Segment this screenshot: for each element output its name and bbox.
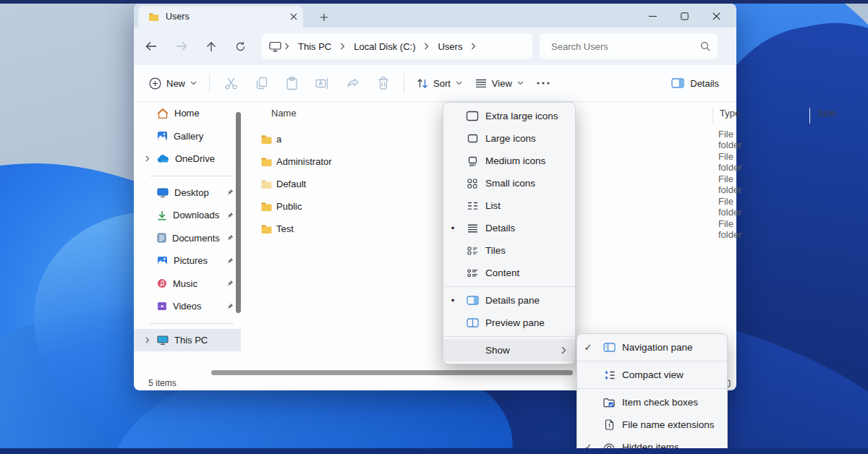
breadcrumb: This PC Local Disk (C:) Users <box>262 33 532 59</box>
navigation-pane-icon <box>599 343 619 352</box>
submenu-item-compact-view[interactable]: Compact view <box>577 364 727 386</box>
sidebar-scrollbar[interactable] <box>236 112 241 313</box>
submenu-item-file-name-extensions[interactable]: File name extensions <box>577 414 727 436</box>
medium-icons-icon <box>462 156 482 166</box>
folder-icon <box>260 224 273 234</box>
rename-icon[interactable] <box>315 77 329 90</box>
pictures-icon <box>157 256 168 265</box>
new-tab-button[interactable] <box>316 9 332 25</box>
view-label: View <box>492 78 512 89</box>
column-header-size[interactable]: Size <box>817 108 835 124</box>
submenu-chevron-icon <box>561 346 566 354</box>
sidebar-item-gallery[interactable]: Gallery <box>134 125 241 148</box>
details-button[interactable]: Details <box>671 78 719 89</box>
chevron-right-icon[interactable] <box>144 155 151 162</box>
column-header-name[interactable]: Name <box>271 108 297 124</box>
preview-pane-icon <box>462 318 482 327</box>
column-divider[interactable] <box>809 108 810 124</box>
list-icon <box>462 202 482 210</box>
window-controls <box>637 7 732 25</box>
home-icon <box>157 108 169 119</box>
menu-item-tiles[interactable]: Tiles <box>443 239 575 262</box>
share-icon[interactable] <box>346 77 360 90</box>
close-button[interactable] <box>700 7 732 25</box>
menu-item-show[interactable]: Show <box>443 339 575 361</box>
folder-icon <box>260 157 273 167</box>
compact-view-icon <box>599 370 619 380</box>
sidebar-item-documents[interactable]: Documents <box>134 227 241 250</box>
this-pc-icon <box>157 335 169 345</box>
sidebar-item-desktop[interactable]: Desktop <box>134 181 241 205</box>
more-options-button[interactable] <box>530 77 556 89</box>
view-dropdown-menu: Extra large icons Large icons Medium ico… <box>443 102 576 364</box>
minimize-button[interactable] <box>637 7 668 25</box>
breadcrumb-item-users[interactable]: Users <box>432 41 468 52</box>
chevron-down-icon <box>190 81 197 85</box>
pin-icon <box>226 189 234 196</box>
chevron-right-icon[interactable] <box>144 337 151 343</box>
folder-icon-hidden <box>260 179 273 189</box>
delete-icon[interactable] <box>378 77 389 90</box>
menu-divider <box>577 361 727 361</box>
maximize-button[interactable] <box>668 7 700 25</box>
folder-icon <box>148 12 159 22</box>
submenu-item-navigation-pane[interactable]: ✓ Navigation pane <box>577 336 727 359</box>
details-view-icon <box>462 224 482 233</box>
paste-icon[interactable] <box>286 77 298 90</box>
sidebar-item-onedrive[interactable]: OneDrive <box>134 147 241 171</box>
sidebar-item-pictures[interactable]: Pictures <box>134 249 241 273</box>
menu-item-details[interactable]: • Details <box>443 217 575 239</box>
horizontal-scrollbar[interactable] <box>211 370 573 375</box>
large-icons-icon <box>462 134 482 143</box>
toolbar-divider <box>404 74 404 93</box>
sidebar-item-downloads[interactable]: Downloads <box>134 204 241 227</box>
breadcrumb-item-local-disk[interactable]: Local Disk (C:) <box>348 41 421 52</box>
file-explorer-window: Users <box>134 4 736 390</box>
search-placeholder: Search Users <box>551 41 700 52</box>
forward-icon[interactable] <box>176 41 187 51</box>
chevron-right-icon <box>424 43 429 50</box>
command-bar: New Sort View <box>134 65 736 102</box>
new-button[interactable]: New <box>142 73 203 94</box>
toolbar-divider <box>209 74 210 93</box>
new-label: New <box>166 78 185 89</box>
gallery-icon <box>157 131 168 141</box>
menu-item-small-icons[interactable]: Small icons <box>443 172 575 194</box>
cut-icon[interactable] <box>224 77 238 90</box>
folder-icon <box>260 202 273 212</box>
search-icon[interactable] <box>700 41 710 51</box>
menu-item-preview-pane[interactable]: Preview pane <box>443 312 575 334</box>
menu-item-extra-large-icons[interactable]: Extra large icons <box>443 105 575 127</box>
sort-button[interactable]: Sort <box>410 74 469 93</box>
column-divider[interactable] <box>712 108 713 124</box>
breadcrumb-item-this-pc[interactable]: This PC <box>292 41 337 52</box>
sidebar-divider <box>150 176 234 176</box>
sidebar-item-music[interactable]: Music <box>134 273 241 296</box>
submenu-item-item-check-boxes[interactable]: Item check boxes <box>577 391 727 414</box>
chevron-down-icon <box>517 81 524 85</box>
menu-divider <box>443 286 575 287</box>
up-icon[interactable] <box>206 41 216 52</box>
refresh-icon[interactable] <box>235 41 246 52</box>
menu-item-medium-icons[interactable]: Medium icons <box>443 150 575 172</box>
menu-item-large-icons[interactable]: Large icons <box>443 127 575 150</box>
view-button[interactable]: View <box>469 74 530 93</box>
pin-icon <box>226 280 234 287</box>
tab-users[interactable]: Users <box>138 6 303 27</box>
menu-item-list[interactable]: List <box>443 194 575 217</box>
tab-title: Users <box>166 12 284 22</box>
back-icon[interactable] <box>145 41 157 51</box>
sidebar-item-videos[interactable]: Videos <box>134 295 241 318</box>
onedrive-cloud-icon <box>157 155 169 163</box>
sidebar-item-home[interactable]: Home <box>134 102 241 125</box>
monitor-icon[interactable] <box>269 41 281 52</box>
search-box[interactable]: Search Users <box>540 33 718 59</box>
tab-bar: Users <box>134 4 736 27</box>
sidebar-item-this-pc[interactable]: This PC <box>134 329 241 352</box>
copy-icon[interactable] <box>255 77 268 90</box>
column-header-type[interactable]: Type <box>720 108 740 124</box>
menu-item-content[interactable]: Content <box>443 262 575 284</box>
menu-item-details-pane[interactable]: • Details pane <box>443 289 575 312</box>
tab-close-icon[interactable] <box>290 13 297 20</box>
ellipsis-icon <box>537 82 550 85</box>
